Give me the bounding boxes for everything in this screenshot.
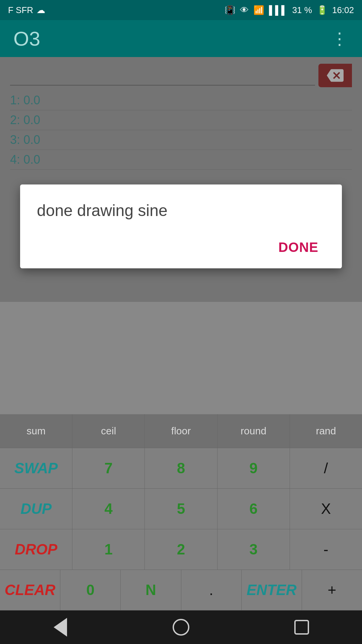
dialog: done drawing sine DONE [20, 184, 342, 268]
nav-recents-button[interactable] [288, 614, 315, 641]
status-bar: F SFR ☁ 📳 👁 📶 ▌▌▌ 31 % 🔋 16:02 [0, 0, 362, 20]
cloud-icon: ☁ [37, 5, 45, 15]
key-round[interactable]: round [218, 414, 290, 448]
key-multiply[interactable]: X [290, 489, 362, 529]
numpad-row-3: DROP 1 2 3 - [0, 529, 362, 570]
key-drop[interactable]: DROP [0, 529, 72, 570]
key-swap[interactable]: SWAP [0, 448, 72, 488]
key-8[interactable]: 8 [145, 448, 217, 488]
key-5[interactable]: 5 [145, 489, 217, 529]
key-floor[interactable]: floor [145, 414, 217, 448]
key-dot[interactable]: . [181, 570, 242, 610]
nav-back-button[interactable] [47, 614, 74, 641]
key-2[interactable]: 2 [145, 529, 217, 570]
key-plus[interactable]: + [302, 570, 362, 610]
key-divide[interactable]: / [290, 448, 362, 488]
key-ceil[interactable]: ceil [72, 414, 145, 448]
more-options-icon[interactable]: ⋮ [331, 29, 349, 48]
key-6[interactable]: 6 [218, 489, 290, 529]
carrier-label: F SFR [8, 5, 33, 15]
battery-icon: 🔋 [317, 5, 327, 15]
key-minus[interactable]: - [290, 529, 362, 570]
numpad-row-4: CLEAR 0 N . ENTER + [0, 570, 362, 610]
status-left: F SFR ☁ [8, 5, 45, 15]
nav-back-icon [54, 618, 67, 637]
key-1[interactable]: 1 [72, 529, 145, 570]
vibrate-icon: 📳 [225, 5, 235, 15]
key-4[interactable]: 4 [72, 489, 145, 529]
dialog-done-button[interactable]: DONE [272, 236, 325, 258]
app-title: O3 [13, 27, 40, 50]
function-row: sum ceil floor round rand [0, 414, 362, 448]
nav-bar [0, 610, 362, 644]
key-0[interactable]: 0 [60, 570, 121, 610]
time-label: 16:02 [332, 5, 354, 15]
key-n[interactable]: N [121, 570, 181, 610]
nav-home-icon [173, 619, 189, 636]
dialog-actions: DONE [37, 236, 325, 258]
key-clear[interactable]: CLEAR [0, 570, 60, 610]
key-enter[interactable]: ENTER [242, 570, 302, 610]
signal-percent: 31 % [292, 5, 312, 15]
keyboard: sum ceil floor round rand SWAP 7 8 9 / D… [0, 414, 362, 610]
status-right: 📳 👁 📶 ▌▌▌ 31 % 🔋 16:02 [225, 5, 354, 15]
numpad-row-2: DUP 4 5 6 X [0, 489, 362, 529]
signal-strength: ▌▌▌ [269, 5, 287, 15]
numpad-row-1: SWAP 7 8 9 / [0, 448, 362, 489]
nav-recents-icon [294, 620, 309, 635]
dialog-message: done drawing sine [37, 201, 325, 220]
key-dup[interactable]: DUP [0, 489, 72, 529]
app-bar: O3 ⋮ [0, 20, 362, 57]
nav-home-button[interactable] [168, 614, 194, 641]
wifi-icon: 📶 [253, 5, 264, 15]
key-sum[interactable]: sum [0, 414, 72, 448]
key-3[interactable]: 3 [218, 529, 290, 570]
eye-icon: 👁 [240, 5, 249, 15]
key-7[interactable]: 7 [72, 448, 145, 488]
key-rand[interactable]: rand [290, 414, 362, 448]
main-content-area: 1: 0.0 2: 0.0 3: 0.0 4: 0.0 done drawing… [0, 57, 362, 302]
key-9[interactable]: 9 [218, 448, 290, 488]
